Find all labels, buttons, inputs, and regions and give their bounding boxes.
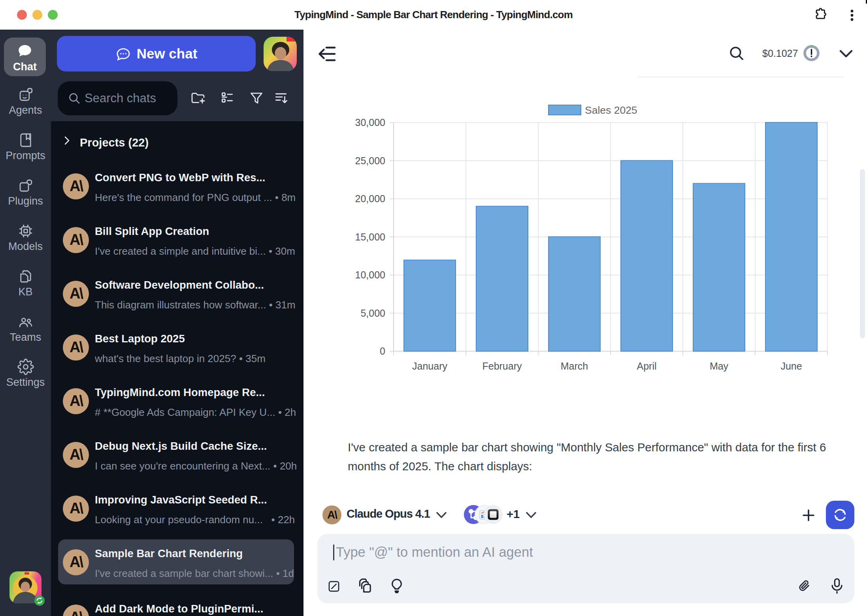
svg-text:20,000: 20,000 [355,193,385,204]
svg-text:10,000: 10,000 [355,269,385,280]
svg-text:5,000: 5,000 [360,308,385,319]
svg-text:May: May [710,361,729,372]
svg-text:June: June [780,361,802,372]
svg-text:April: April [637,361,656,372]
svg-text:March: March [561,361,588,372]
svg-text:0: 0 [380,346,385,357]
svg-text:15,000: 15,000 [355,231,385,242]
svg-text:February: February [482,361,522,372]
svg-text:January: January [412,361,447,372]
svg-text:25,000: 25,000 [355,155,385,166]
svg-text:30,000: 30,000 [355,117,385,128]
svg-text:Sales 2025: Sales 2025 [585,104,637,116]
